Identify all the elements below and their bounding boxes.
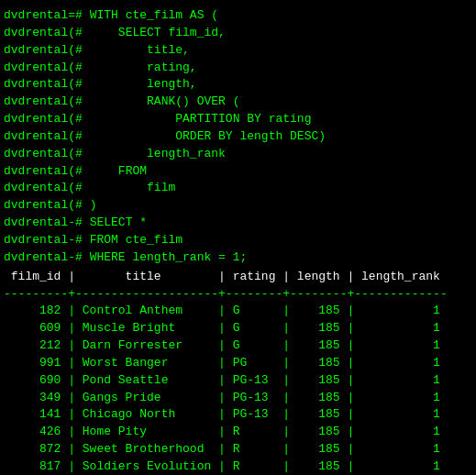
table-row: 141 | Chicago North | PG-13 | 185 | 1 [4,406,472,424]
code-line-5: dvdrental(# length, [4,76,472,94]
table-row: 212 | Darn Forrester | G | 185 | 1 [4,337,472,355]
code-line-13: dvdrental-# SELECT * [4,215,472,232]
table-row: 817 | Soldiers Evolution | R | 185 | 1 [4,458,472,475]
table-separator: ---------+--------------------+--------+… [4,286,472,304]
code-line-11: dvdrental(# film [4,180,472,197]
terminal: dvdrental=# WITH cte_film AS ( dvdrental… [4,7,472,475]
table-row: 426 | Home Pity | R | 185 | 1 [4,424,472,441]
code-line-8: dvdrental(# ORDER BY length DESC) [4,128,472,146]
code-line-14: dvdrental-# FROM cte_film [4,232,472,249]
code-line-7: dvdrental(# PARTITION BY rating [4,111,472,128]
table-row: 991 | Worst Banger | PG | 185 | 1 [4,355,472,372]
code-line-15: dvdrental-# WHERE length_rank = 1; [4,249,472,267]
code-line-12: dvdrental(# ) [4,197,472,215]
code-line-6: dvdrental(# RANK() OVER ( [4,94,472,111]
code-line-9: dvdrental(# length_rank [4,146,472,163]
code-line-1: dvdrental=# WITH cte_film AS ( [4,7,472,25]
table-row: 349 | Gangs Pride | PG-13 | 185 | 1 [4,390,472,407]
table-row: 609 | Muscle Bright | G | 185 | 1 [4,320,472,337]
code-line-3: dvdrental(# title, [4,42,472,60]
table-header: film_id | title | rating | length | leng… [4,269,472,286]
table-row: 690 | Pond Seattle | PG-13 | 185 | 1 [4,372,472,390]
table-row: 182 | Control Anthem | G | 185 | 1 [4,303,472,320]
table-row: 872 | Sweet Brotherhood | R | 185 | 1 [4,441,472,458]
code-line-10: dvdrental(# FROM [4,163,472,181]
code-line-2: dvdrental(# SELECT film_id, [4,25,472,42]
results-table: film_id | title | rating | length | leng… [4,269,472,475]
code-line-4: dvdrental(# rating, [4,60,472,77]
